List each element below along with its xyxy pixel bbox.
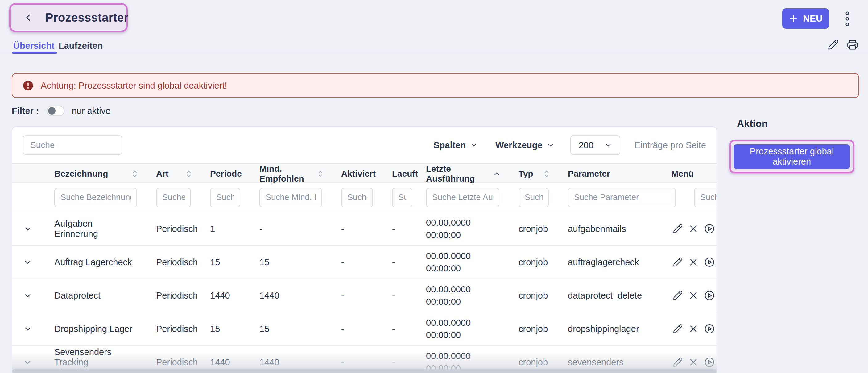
cell-laeuft: - xyxy=(381,357,415,368)
prozessstarter-page: Prozessstarter NEU Übersicht Laufzeiten … xyxy=(0,0,868,373)
global-activate-button[interactable]: Prozessstarter global aktivieren xyxy=(734,144,850,169)
column-header-menue: Menü xyxy=(660,169,717,179)
column-header-laeuft[interactable]: Laeuft xyxy=(381,169,415,179)
cell-menue xyxy=(660,356,717,368)
filter-laeuft-input[interactable] xyxy=(392,188,412,207)
column-header-bezeichnung[interactable]: Bezeichnung xyxy=(43,169,145,179)
row-delete-icon[interactable] xyxy=(688,357,699,367)
cell-laeuft: - xyxy=(381,257,415,267)
row-edit-icon[interactable] xyxy=(673,324,683,334)
filter-menue-input[interactable] xyxy=(694,188,717,207)
new-button[interactable]: NEU xyxy=(782,8,829,29)
sort-icon xyxy=(132,170,137,178)
filter-aktiviert-input[interactable] xyxy=(341,188,373,207)
column-header-art[interactable]: Art xyxy=(145,169,199,179)
expand-row-icon[interactable] xyxy=(12,358,43,367)
cell-mind-empfohlen: 1440 xyxy=(248,357,330,368)
print-icon[interactable] xyxy=(846,39,859,51)
row-edit-icon[interactable] xyxy=(673,257,683,267)
sort-asc-icon xyxy=(494,171,500,176)
kebab-menu-icon[interactable] xyxy=(844,11,850,27)
row-edit-icon[interactable] xyxy=(673,357,683,368)
filter-typ-input[interactable] xyxy=(519,188,549,207)
new-button-label: NEU xyxy=(803,13,823,24)
row-edit-icon[interactable] xyxy=(673,290,683,301)
column-header-mind-empfohlen[interactable]: Mind. Empfohlen xyxy=(248,164,330,184)
expand-row-icon[interactable] xyxy=(12,258,43,266)
row-delete-icon[interactable] xyxy=(688,291,699,300)
filter-art-input[interactable] xyxy=(156,188,191,207)
row-edit-icon[interactable] xyxy=(673,224,683,234)
tab-uebersicht[interactable]: Übersicht xyxy=(13,41,55,51)
cell-bezeichnung: Dataprotect xyxy=(43,291,145,301)
cell-aktiviert: - xyxy=(330,324,381,334)
divider xyxy=(0,54,868,54)
chevron-left-icon xyxy=(24,12,33,23)
column-header-aktiviert[interactable]: Aktiviert xyxy=(330,169,381,179)
cell-typ: cronjob xyxy=(507,291,557,301)
column-header-typ[interactable]: Typ xyxy=(507,169,557,179)
cell-mind-empfohlen: 1440 xyxy=(248,291,330,301)
cell-menue xyxy=(660,257,717,268)
table-row: Sevensenders Tracking Aktualisierung Per… xyxy=(12,345,717,373)
cell-mind-empfohlen: 15 xyxy=(248,324,330,334)
alert-banner: Achtung: Prozessstarter sind global deak… xyxy=(12,73,859,98)
toggle-knob xyxy=(48,107,56,115)
page-size-select[interactable]: 200 xyxy=(570,135,620,155)
cell-art: Periodisch xyxy=(145,324,199,334)
cell-parameter: dataprotect_delete xyxy=(557,291,660,301)
cell-parameter: dropshippinglager xyxy=(557,324,660,334)
cell-art: Periodisch xyxy=(145,291,199,301)
aktion-title: Aktion xyxy=(737,118,855,130)
filter-bezeichnung-input[interactable] xyxy=(54,188,137,207)
filter-parameter-input[interactable] xyxy=(568,188,676,207)
row-run-icon[interactable] xyxy=(704,257,715,268)
row-run-icon[interactable] xyxy=(704,223,715,234)
row-delete-icon[interactable] xyxy=(688,224,699,234)
filter-label: Filter : xyxy=(12,106,39,116)
annotation-title-highlight: Prozessstarter xyxy=(9,3,128,32)
table-row: Auftrag Lagercheck Periodisch 15 15 - - … xyxy=(12,245,717,279)
aktion-panel: Aktion Prozessstarter global aktivieren xyxy=(737,118,855,173)
expand-row-icon[interactable] xyxy=(12,324,43,333)
cell-typ: cronjob xyxy=(507,224,557,234)
table-header-row: Bezeichnung Art Periode Mind. Empfohlen … xyxy=(12,163,717,183)
row-run-icon[interactable] xyxy=(704,290,715,301)
row-delete-icon[interactable] xyxy=(688,324,699,334)
column-header-periode[interactable]: Periode xyxy=(199,169,248,179)
cell-periode: 1440 xyxy=(199,291,248,301)
spalten-dropdown[interactable]: Spalten xyxy=(432,140,479,151)
cell-bezeichnung: Dropshipping Lager xyxy=(43,324,145,334)
filter-periode-input[interactable] xyxy=(210,188,240,207)
table-row: Dataprotect Periodisch 1440 1440 - - 00.… xyxy=(12,279,717,312)
expand-row-icon[interactable] xyxy=(12,291,43,300)
filter-letzte-ausfuehrung-input[interactable] xyxy=(426,188,499,207)
table-card: Spalten Werkzeuge 200 Einträge pro Seite… xyxy=(12,126,717,373)
cell-aktiviert: - xyxy=(330,257,381,267)
cell-periode: 1 xyxy=(199,224,248,234)
chevron-down-icon xyxy=(604,141,612,149)
cell-parameter: auftraglagercheck xyxy=(557,257,660,267)
column-header-parameter: Parameter xyxy=(557,169,660,179)
cell-typ: cronjob xyxy=(507,257,557,267)
table-row: Aufgaben Erinnerung Periodisch 1 - - - 0… xyxy=(12,212,717,245)
cell-mind-empfohlen: - xyxy=(248,224,330,234)
tab-laufzeiten[interactable]: Laufzeiten xyxy=(59,41,103,51)
search-input[interactable] xyxy=(23,135,122,155)
row-run-icon[interactable] xyxy=(704,356,715,368)
alert-text: Achtung: Prozessstarter sind global deak… xyxy=(41,81,227,91)
cell-art: Periodisch xyxy=(145,357,199,368)
column-header-letzte-ausfuehrung[interactable]: Letzte Ausführung xyxy=(415,164,507,184)
cell-menue xyxy=(660,223,717,234)
horizontal-scrollbar[interactable] xyxy=(12,369,717,373)
alert-icon xyxy=(22,80,34,91)
active-tab-underline xyxy=(12,52,57,54)
row-run-icon[interactable] xyxy=(704,323,715,335)
expand-row-icon[interactable] xyxy=(12,225,43,233)
filter-mind-empfohlen-input[interactable] xyxy=(259,188,322,207)
edit-icon[interactable] xyxy=(827,39,839,51)
filter-toggle[interactable] xyxy=(46,106,64,116)
back-button[interactable] xyxy=(24,12,33,23)
werkzeuge-dropdown[interactable]: Werkzeuge xyxy=(494,140,556,151)
row-delete-icon[interactable] xyxy=(688,257,699,267)
